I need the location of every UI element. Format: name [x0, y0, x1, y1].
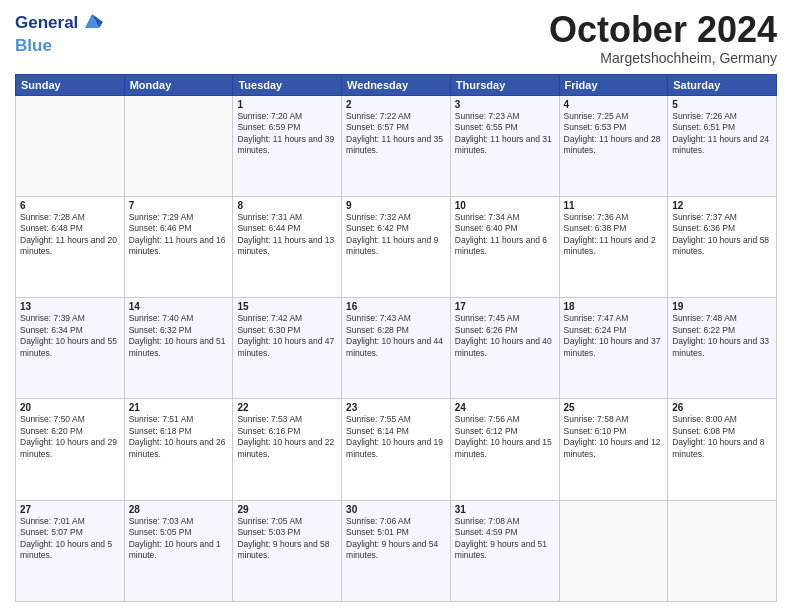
calendar-cell: 5Sunrise: 7:26 AM Sunset: 6:51 PM Daylig… [668, 95, 777, 196]
calendar-cell: 21Sunrise: 7:51 AM Sunset: 6:18 PM Dayli… [124, 399, 233, 500]
calendar-cell: 31Sunrise: 7:08 AM Sunset: 4:59 PM Dayli… [450, 500, 559, 601]
day-number: 26 [672, 402, 772, 413]
logo-icon [81, 10, 103, 36]
day-number: 18 [564, 301, 664, 312]
calendar-cell: 6Sunrise: 7:28 AM Sunset: 6:48 PM Daylig… [16, 196, 125, 297]
title-section: October 2024 Margetshochheim, Germany [549, 10, 777, 66]
day-number: 20 [20, 402, 120, 413]
calendar-cell: 25Sunrise: 7:58 AM Sunset: 6:10 PM Dayli… [559, 399, 668, 500]
day-info: Sunrise: 7:01 AM Sunset: 5:07 PM Dayligh… [20, 516, 120, 562]
day-info: Sunrise: 7:50 AM Sunset: 6:20 PM Dayligh… [20, 414, 120, 460]
calendar-cell [668, 500, 777, 601]
day-number: 29 [237, 504, 337, 515]
day-number: 30 [346, 504, 446, 515]
month-title: October 2024 [549, 10, 777, 50]
calendar-cell [124, 95, 233, 196]
day-number: 23 [346, 402, 446, 413]
day-info: Sunrise: 7:23 AM Sunset: 6:55 PM Dayligh… [455, 111, 555, 157]
calendar-cell: 11Sunrise: 7:36 AM Sunset: 6:38 PM Dayli… [559, 196, 668, 297]
day-number: 11 [564, 200, 664, 211]
calendar-cell: 28Sunrise: 7:03 AM Sunset: 5:05 PM Dayli… [124, 500, 233, 601]
calendar-cell: 26Sunrise: 8:00 AM Sunset: 6:08 PM Dayli… [668, 399, 777, 500]
calendar-cell [16, 95, 125, 196]
day-number: 10 [455, 200, 555, 211]
day-info: Sunrise: 7:22 AM Sunset: 6:57 PM Dayligh… [346, 111, 446, 157]
day-info: Sunrise: 7:20 AM Sunset: 6:59 PM Dayligh… [237, 111, 337, 157]
day-number: 16 [346, 301, 446, 312]
week-row-0: 1Sunrise: 7:20 AM Sunset: 6:59 PM Daylig… [16, 95, 777, 196]
calendar-cell: 10Sunrise: 7:34 AM Sunset: 6:40 PM Dayli… [450, 196, 559, 297]
day-number: 21 [129, 402, 229, 413]
week-row-1: 6Sunrise: 7:28 AM Sunset: 6:48 PM Daylig… [16, 196, 777, 297]
day-info: Sunrise: 7:39 AM Sunset: 6:34 PM Dayligh… [20, 313, 120, 359]
day-info: Sunrise: 8:00 AM Sunset: 6:08 PM Dayligh… [672, 414, 772, 460]
day-info: Sunrise: 7:32 AM Sunset: 6:42 PM Dayligh… [346, 212, 446, 258]
day-number: 28 [129, 504, 229, 515]
day-number: 2 [346, 99, 446, 110]
day-info: Sunrise: 7:58 AM Sunset: 6:10 PM Dayligh… [564, 414, 664, 460]
header-monday: Monday [124, 74, 233, 95]
calendar-cell: 29Sunrise: 7:05 AM Sunset: 5:03 PM Dayli… [233, 500, 342, 601]
week-row-2: 13Sunrise: 7:39 AM Sunset: 6:34 PM Dayli… [16, 298, 777, 399]
day-info: Sunrise: 7:26 AM Sunset: 6:51 PM Dayligh… [672, 111, 772, 157]
day-info: Sunrise: 7:45 AM Sunset: 6:26 PM Dayligh… [455, 313, 555, 359]
calendar-cell: 9Sunrise: 7:32 AM Sunset: 6:42 PM Daylig… [342, 196, 451, 297]
day-info: Sunrise: 7:03 AM Sunset: 5:05 PM Dayligh… [129, 516, 229, 562]
calendar-cell: 2Sunrise: 7:22 AM Sunset: 6:57 PM Daylig… [342, 95, 451, 196]
day-number: 12 [672, 200, 772, 211]
day-info: Sunrise: 7:48 AM Sunset: 6:22 PM Dayligh… [672, 313, 772, 359]
header-saturday: Saturday [668, 74, 777, 95]
calendar-cell: 14Sunrise: 7:40 AM Sunset: 6:32 PM Dayli… [124, 298, 233, 399]
header-sunday: Sunday [16, 74, 125, 95]
day-number: 1 [237, 99, 337, 110]
week-row-3: 20Sunrise: 7:50 AM Sunset: 6:20 PM Dayli… [16, 399, 777, 500]
day-headers-row: Sunday Monday Tuesday Wednesday Thursday… [16, 74, 777, 95]
calendar-header: Sunday Monday Tuesday Wednesday Thursday… [16, 74, 777, 95]
logo-general: General [15, 13, 78, 33]
day-info: Sunrise: 7:55 AM Sunset: 6:14 PM Dayligh… [346, 414, 446, 460]
calendar-cell: 22Sunrise: 7:53 AM Sunset: 6:16 PM Dayli… [233, 399, 342, 500]
calendar-cell: 3Sunrise: 7:23 AM Sunset: 6:55 PM Daylig… [450, 95, 559, 196]
week-row-4: 27Sunrise: 7:01 AM Sunset: 5:07 PM Dayli… [16, 500, 777, 601]
calendar-cell: 1Sunrise: 7:20 AM Sunset: 6:59 PM Daylig… [233, 95, 342, 196]
calendar-body: 1Sunrise: 7:20 AM Sunset: 6:59 PM Daylig… [16, 95, 777, 601]
calendar-cell: 30Sunrise: 7:06 AM Sunset: 5:01 PM Dayli… [342, 500, 451, 601]
day-info: Sunrise: 7:43 AM Sunset: 6:28 PM Dayligh… [346, 313, 446, 359]
day-info: Sunrise: 7:53 AM Sunset: 6:16 PM Dayligh… [237, 414, 337, 460]
header-wednesday: Wednesday [342, 74, 451, 95]
day-number: 14 [129, 301, 229, 312]
logo: General Blue [15, 10, 103, 56]
day-number: 6 [20, 200, 120, 211]
day-number: 19 [672, 301, 772, 312]
location: Margetshochheim, Germany [549, 50, 777, 66]
calendar-cell: 20Sunrise: 7:50 AM Sunset: 6:20 PM Dayli… [16, 399, 125, 500]
day-info: Sunrise: 7:40 AM Sunset: 6:32 PM Dayligh… [129, 313, 229, 359]
day-info: Sunrise: 7:51 AM Sunset: 6:18 PM Dayligh… [129, 414, 229, 460]
header-friday: Friday [559, 74, 668, 95]
calendar-cell [559, 500, 668, 601]
day-number: 4 [564, 99, 664, 110]
day-number: 13 [20, 301, 120, 312]
day-info: Sunrise: 7:36 AM Sunset: 6:38 PM Dayligh… [564, 212, 664, 258]
day-number: 5 [672, 99, 772, 110]
day-number: 17 [455, 301, 555, 312]
calendar-cell: 19Sunrise: 7:48 AM Sunset: 6:22 PM Dayli… [668, 298, 777, 399]
calendar-cell: 18Sunrise: 7:47 AM Sunset: 6:24 PM Dayli… [559, 298, 668, 399]
calendar-cell: 7Sunrise: 7:29 AM Sunset: 6:46 PM Daylig… [124, 196, 233, 297]
day-number: 27 [20, 504, 120, 515]
header: General Blue October 2024 Margetshochhei… [15, 10, 777, 66]
header-thursday: Thursday [450, 74, 559, 95]
day-info: Sunrise: 7:31 AM Sunset: 6:44 PM Dayligh… [237, 212, 337, 258]
calendar-table: Sunday Monday Tuesday Wednesday Thursday… [15, 74, 777, 602]
day-number: 15 [237, 301, 337, 312]
day-info: Sunrise: 7:37 AM Sunset: 6:36 PM Dayligh… [672, 212, 772, 258]
calendar-cell: 23Sunrise: 7:55 AM Sunset: 6:14 PM Dayli… [342, 399, 451, 500]
day-number: 7 [129, 200, 229, 211]
page: General Blue October 2024 Margetshochhei… [0, 0, 792, 612]
logo-blue: Blue [15, 36, 103, 56]
day-number: 25 [564, 402, 664, 413]
calendar-cell: 4Sunrise: 7:25 AM Sunset: 6:53 PM Daylig… [559, 95, 668, 196]
header-tuesday: Tuesday [233, 74, 342, 95]
day-number: 8 [237, 200, 337, 211]
day-info: Sunrise: 7:56 AM Sunset: 6:12 PM Dayligh… [455, 414, 555, 460]
